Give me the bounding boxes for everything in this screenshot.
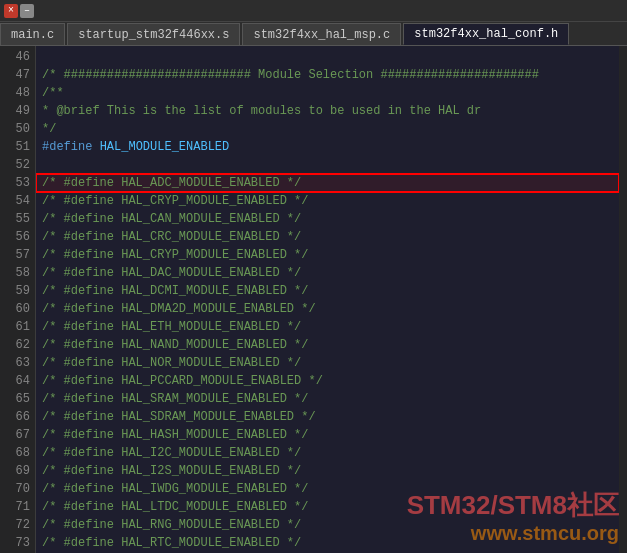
- code-line-59[interactable]: /* #define HAL_DCMI_MODULE_ENABLED */: [36, 282, 619, 300]
- code-line-55[interactable]: /* #define HAL_CAN_MODULE_ENABLED */: [36, 210, 619, 228]
- code-line-51[interactable]: #define HAL_MODULE_ENABLED: [36, 138, 619, 156]
- code-line-70[interactable]: /* #define HAL_IWDG_MODULE_ENABLED */: [36, 480, 619, 498]
- code-line-62[interactable]: /* #define HAL_NAND_MODULE_ENABLED */: [36, 336, 619, 354]
- line-number-70: 70: [0, 480, 35, 498]
- code-line-69[interactable]: /* #define HAL_I2S_MODULE_ENABLED */: [36, 462, 619, 480]
- line-number-65: 65: [0, 390, 35, 408]
- line-number-46: 46: [0, 48, 35, 66]
- line-number-66: 66: [0, 408, 35, 426]
- scrollbar[interactable]: [619, 46, 627, 553]
- code-line-50[interactable]: */: [36, 120, 619, 138]
- line-number-61: 61: [0, 318, 35, 336]
- code-line-63[interactable]: /* #define HAL_NOR_MODULE_ENABLED */: [36, 354, 619, 372]
- line-number-56: 56: [0, 228, 35, 246]
- code-line-67[interactable]: /* #define HAL_HASH_MODULE_ENABLED */: [36, 426, 619, 444]
- line-number-67: 67: [0, 426, 35, 444]
- line-number-73: 73: [0, 534, 35, 552]
- tab-startup[interactable]: startup_stm32f446xx.s: [67, 23, 240, 45]
- code-line-68[interactable]: /* #define HAL_I2C_MODULE_ENABLED */: [36, 444, 619, 462]
- code-line-61[interactable]: /* #define HAL_ETH_MODULE_ENABLED */: [36, 318, 619, 336]
- line-number-62: 62: [0, 336, 35, 354]
- line-number-59: 59: [0, 282, 35, 300]
- code-line-72[interactable]: /* #define HAL_RNG_MODULE_ENABLED */: [36, 516, 619, 534]
- line-numbers-gutter: 4647484950515253545556575859606162636465…: [0, 46, 36, 553]
- line-number-50: 50: [0, 120, 35, 138]
- code-line-71[interactable]: /* #define HAL_LTDC_MODULE_ENABLED */: [36, 498, 619, 516]
- line-number-60: 60: [0, 300, 35, 318]
- code-line-60[interactable]: /* #define HAL_DMA2D_MODULE_ENABLED */: [36, 300, 619, 318]
- tab-main-c[interactable]: main.c: [0, 23, 65, 45]
- line-number-55: 55: [0, 210, 35, 228]
- code-line-46[interactable]: [36, 48, 619, 66]
- line-number-54: 54: [0, 192, 35, 210]
- line-number-71: 71: [0, 498, 35, 516]
- line-number-52: 52: [0, 156, 35, 174]
- line-number-57: 57: [0, 246, 35, 264]
- line-number-72: 72: [0, 516, 35, 534]
- tab-bar: main.cstartup_stm32f446xx.sstm32f4xx_hal…: [0, 22, 627, 46]
- line-number-64: 64: [0, 372, 35, 390]
- line-number-48: 48: [0, 84, 35, 102]
- line-number-68: 68: [0, 444, 35, 462]
- line-number-53: 53: [0, 174, 35, 192]
- code-line-64[interactable]: /* #define HAL_PCCARD_MODULE_ENABLED */: [36, 372, 619, 390]
- code-line-49[interactable]: * @brief This is the list of modules to …: [36, 102, 619, 120]
- code-line-48[interactable]: /**: [36, 84, 619, 102]
- line-number-51: 51: [0, 138, 35, 156]
- code-line-66[interactable]: /* #define HAL_SDRAM_MODULE_ENABLED */: [36, 408, 619, 426]
- tab-conf[interactable]: stm32f4xx_hal_conf.h: [403, 23, 569, 45]
- code-line-52[interactable]: [36, 156, 619, 174]
- close-button[interactable]: ×: [4, 4, 18, 18]
- code-area[interactable]: /* ########################## Module Sel…: [36, 46, 619, 553]
- code-line-54[interactable]: /* #define HAL_CRYP_MODULE_ENABLED */: [36, 192, 619, 210]
- code-line-57[interactable]: /* #define HAL_CRYP_MODULE_ENABLED */: [36, 246, 619, 264]
- code-line-73[interactable]: /* #define HAL_RTC_MODULE_ENABLED */: [36, 534, 619, 552]
- minimize-button[interactable]: –: [20, 4, 34, 18]
- line-number-47: 47: [0, 66, 35, 84]
- code-line-53[interactable]: /* #define HAL_ADC_MODULE_ENABLED */: [36, 174, 619, 192]
- code-line-47[interactable]: /* ########################## Module Sel…: [36, 66, 619, 84]
- title-bar: × –: [0, 0, 627, 22]
- line-number-58: 58: [0, 264, 35, 282]
- code-line-58[interactable]: /* #define HAL_DAC_MODULE_ENABLED */: [36, 264, 619, 282]
- code-line-56[interactable]: /* #define HAL_CRC_MODULE_ENABLED */: [36, 228, 619, 246]
- line-number-69: 69: [0, 462, 35, 480]
- code-line-65[interactable]: /* #define HAL_SRAM_MODULE_ENABLED */: [36, 390, 619, 408]
- tab-msp[interactable]: stm32f4xx_hal_msp.c: [242, 23, 401, 45]
- line-number-49: 49: [0, 102, 35, 120]
- line-number-63: 63: [0, 354, 35, 372]
